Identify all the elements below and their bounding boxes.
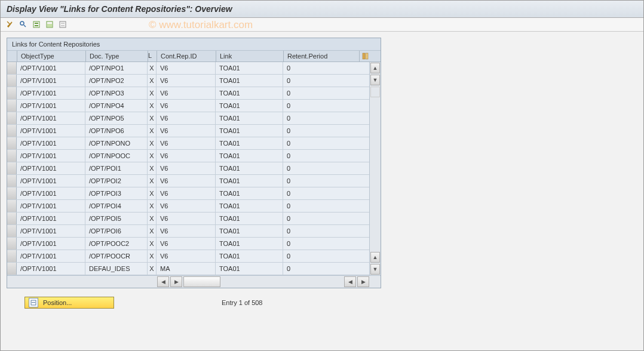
row-selector[interactable] [7, 125, 17, 137]
scroll-left-icon[interactable]: ◀ [157, 276, 169, 287]
cell-retent: 0 [283, 150, 359, 162]
cell-objecttype: /OPT/V1001 [17, 250, 85, 262]
cell-l: X [148, 125, 157, 137]
table-row[interactable]: /OPT/V1001 /OPT/POI6 X V6 TOA01 0 [7, 225, 369, 238]
cell-l: X [148, 187, 157, 199]
svg-rect-3 [35, 25, 38, 26]
row-selector[interactable] [7, 200, 17, 212]
col-header-link[interactable]: Link [216, 51, 284, 61]
table-settings-icon[interactable] [360, 51, 372, 61]
table-row[interactable]: /OPT/V1001 /OPT/POOC2 X V6 TOA01 0 [7, 238, 369, 250]
position-button[interactable]: Position... [24, 297, 114, 309]
table-header-row: ObjectType Doc. Type L Cont.Rep.ID Link … [7, 51, 381, 62]
table-row[interactable]: /OPT/V1001 /OPT/NPO2 X V6 TOA01 0 [7, 75, 369, 87]
row-selector-header [7, 51, 17, 61]
cell-l: X [148, 238, 157, 250]
scroll-right-end-icon[interactable]: ▶ [357, 276, 369, 287]
col-header-retentperiod[interactable]: Retent.Period [284, 51, 360, 61]
row-selector[interactable] [7, 75, 17, 87]
row-selector[interactable] [7, 250, 17, 262]
cell-doctype: /OPT/POOCR [85, 250, 148, 262]
table-row[interactable]: /OPT/V1001 /OPT/POOCR X V6 TOA01 0 [7, 250, 369, 263]
table-title: Links for Content Repositories [7, 38, 381, 51]
cell-link: TOA01 [216, 150, 283, 162]
deselect-all-icon[interactable] [58, 20, 68, 29]
row-selector[interactable] [7, 238, 17, 250]
scroll-up-icon[interactable]: ▲ [370, 63, 380, 73]
row-selector[interactable] [7, 162, 17, 174]
table-row[interactable]: /OPT/V1001 /OPT/NPO5 X V6 TOA01 0 [7, 112, 369, 125]
row-selector[interactable] [7, 100, 17, 112]
cell-doctype: /OPT/NPO1 [85, 62, 148, 74]
cell-doctype: /OPT/NPO5 [85, 112, 148, 124]
row-selector[interactable] [7, 213, 17, 224]
cell-doctype: /OPT/NPONO [85, 137, 148, 149]
cell-objecttype: /OPT/V1001 [17, 213, 85, 224]
row-selector[interactable] [7, 225, 17, 237]
cell-retent: 0 [283, 62, 359, 74]
scroll-down-icon[interactable]: ▼ [370, 75, 380, 85]
cell-link: TOA01 [216, 112, 283, 124]
row-selector[interactable] [7, 112, 17, 124]
table-row[interactable]: /OPT/V1001 /OPT/NPO1 X V6 TOA01 0 [7, 62, 369, 75]
table-row[interactable]: /OPT/V1001 /OPT/POI5 X V6 TOA01 0 [7, 213, 369, 225]
select-all-icon[interactable] [32, 20, 41, 29]
svg-rect-9 [363, 53, 365, 59]
cell-retent: 0 [283, 137, 359, 149]
cell-contrepid: V6 [157, 213, 216, 224]
cell-retent: 0 [283, 162, 359, 174]
vertical-scrollbar[interactable]: ▲ ▼ ▲ ▼ [369, 62, 381, 275]
table-row[interactable]: /OPT/V1001 /OPT/NPO4 X V6 TOA01 0 [7, 100, 369, 112]
col-header-doctype[interactable]: Doc. Type [86, 51, 148, 61]
table-row[interactable]: /OPT/V1001 /OPT/NPONO X V6 TOA01 0 [7, 137, 369, 150]
scroll-track[interactable] [370, 98, 381, 251]
cell-objecttype: /OPT/V1001 [17, 187, 85, 199]
cell-retent: 0 [283, 200, 359, 212]
table-row[interactable]: /OPT/V1001 /OPT/NPO6 X V6 TOA01 0 [7, 125, 369, 137]
horizontal-scrollbar[interactable]: ◀ ▶ ◀ ▶ [7, 275, 381, 288]
row-selector[interactable] [7, 187, 17, 199]
table-row[interactable]: /OPT/V1001 /OPT/NPOOC X V6 TOA01 0 [7, 150, 369, 162]
row-selector[interactable] [7, 87, 17, 99]
footer-row: Position... Entry 1 of 508 [7, 288, 637, 309]
details-icon[interactable] [19, 20, 28, 29]
entry-count-text: Entry 1 of 508 [222, 299, 263, 306]
col-header-l[interactable]: L [148, 51, 157, 61]
row-selector[interactable] [7, 62, 17, 74]
scroll-up-end-icon[interactable]: ▲ [370, 252, 380, 263]
cell-l: X [148, 250, 157, 262]
table-row[interactable]: /OPT/V1001 /OPT/NPO3 X V6 TOA01 0 [7, 87, 369, 100]
cell-retent: 0 [283, 250, 359, 262]
table-row[interactable]: /OPT/V1001 /OPT/POI1 X V6 TOA01 0 [7, 162, 369, 175]
toggle-edit-icon[interactable] [5, 20, 15, 29]
cell-contrepid: V6 [157, 225, 216, 237]
cell-contrepid: V6 [157, 125, 216, 137]
table-grid: ObjectType Doc. Type L Cont.Rep.ID Link … [7, 51, 381, 288]
table-row[interactable]: /OPT/V1001 /OPT/POI3 X V6 TOA01 0 [7, 187, 369, 200]
row-selector[interactable] [7, 137, 17, 149]
scroll-down-end-icon[interactable]: ▼ [370, 264, 380, 275]
scroll-thumb[interactable] [183, 276, 220, 287]
svg-rect-12 [32, 302, 35, 303]
scroll-right-icon[interactable]: ▶ [170, 276, 182, 287]
cell-objecttype: /OPT/V1001 [17, 175, 85, 187]
cell-l: X [148, 62, 157, 74]
select-block-icon[interactable] [45, 20, 54, 29]
cell-link: TOA01 [216, 225, 283, 237]
col-header-objecttype[interactable]: ObjectType [17, 51, 86, 61]
cell-link: TOA01 [216, 87, 283, 99]
cell-link: TOA01 [216, 162, 283, 174]
cell-contrepid: V6 [157, 150, 216, 162]
table-row[interactable]: /OPT/V1001 /OPT/POI2 X V6 TOA01 0 [7, 175, 369, 187]
col-header-contrepid[interactable]: Cont.Rep.ID [157, 51, 216, 61]
table-row[interactable]: /OPT/V1001 /OPT/POI4 X V6 TOA01 0 [7, 200, 369, 213]
cell-l: X [148, 100, 157, 112]
cell-objecttype: /OPT/V1001 [17, 150, 85, 162]
cell-link: TOA01 [216, 187, 283, 199]
row-selector[interactable] [7, 175, 17, 187]
scroll-left-end-icon[interactable]: ◀ [344, 276, 356, 287]
cell-retent: 0 [283, 112, 359, 124]
row-selector[interactable] [7, 263, 17, 275]
row-selector[interactable] [7, 150, 17, 162]
table-row[interactable]: /OPT/V1001 DEFAU_IDES X MA TOA01 0 [7, 263, 369, 275]
